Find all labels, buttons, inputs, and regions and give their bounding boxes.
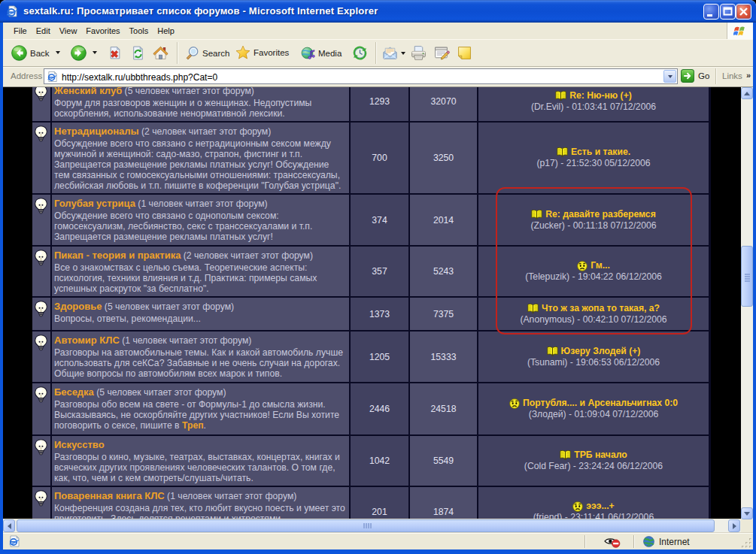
- forum-posts-cell: 32070: [410, 87, 478, 121]
- mail-icon: [381, 46, 399, 60]
- privacy-eye-icon[interactable]: [604, 536, 621, 548]
- forum-link[interactable]: Голубая устрица: [54, 198, 135, 209]
- stop-button[interactable]: [108, 46, 122, 60]
- forum-posts-cell: 1874: [410, 487, 478, 519]
- forum-row: Нетрадиционалы (2 человек читает этот фо…: [32, 123, 711, 195]
- window-title: sextalk.ru: Просматривает список форумов…: [23, 5, 378, 17]
- forum-link[interactable]: Пикап - теория и практика: [54, 250, 181, 261]
- go-icon: [681, 69, 694, 83]
- forum-readers: (5 человек читает этот форум): [122, 87, 254, 96]
- forum-link[interactable]: Женский клуб: [54, 87, 122, 96]
- refresh-icon: [131, 46, 145, 60]
- forum-row: Искусство Разговоры о кино, музыке, теат…: [32, 436, 711, 487]
- menu-view[interactable]: View: [55, 24, 82, 38]
- description-link[interactable]: Треп: [182, 420, 204, 431]
- scroll-left-button[interactable]: [3, 519, 15, 532]
- home-icon: [153, 45, 169, 61]
- lastpost-link[interactable]: эээ...+: [586, 501, 614, 512]
- discuss-button[interactable]: [457, 46, 472, 60]
- topics-count: 1373: [369, 309, 390, 319]
- horizontal-scroll-thumb[interactable]: [17, 519, 715, 532]
- forum-topics-cell: 374: [351, 195, 410, 245]
- lastpost-link[interactable]: Re: Ню-ню (+): [569, 90, 632, 101]
- lastpost-info: (Tsunami) - 19:06:53 06/12/2006: [527, 357, 660, 368]
- forum-posts-cell: 3250: [410, 123, 478, 193]
- scroll-up-button[interactable]: [741, 87, 753, 99]
- lightbulb-icon: [35, 87, 47, 101]
- forum-description: Разговоры обо всем на свете - от Формулы…: [54, 399, 346, 431]
- home-button[interactable]: [153, 45, 169, 61]
- lastpost-link[interactable]: ТРБ начало: [574, 450, 627, 461]
- menu-help[interactable]: Help: [153, 24, 179, 38]
- search-button[interactable]: Search: [185, 46, 229, 60]
- media-button[interactable]: Media: [301, 46, 342, 60]
- menu-file[interactable]: File: [9, 24, 32, 38]
- posts-count: 1874: [433, 507, 454, 517]
- edit-icon: [434, 46, 450, 60]
- forum-description: Конференция создана для тех, кто любит в…: [54, 503, 346, 519]
- resize-grip[interactable]: [742, 538, 752, 549]
- lastpost-link[interactable]: Портубля.... и Арсенальчигнах 0:0: [523, 398, 678, 409]
- forum-status-cell: [32, 87, 52, 121]
- lastpost-link[interactable]: Юзеру Злодей (+): [561, 346, 641, 357]
- forum-posts-cell: 5549: [410, 436, 478, 486]
- links-label[interactable]: Links: [722, 71, 742, 80]
- scroll-right-button[interactable]: [728, 519, 740, 532]
- forum-link[interactable]: Автомир КЛС: [54, 335, 120, 346]
- toolbar: Back Search Favorites Media: [3, 39, 753, 67]
- address-dropdown-button[interactable]: [663, 70, 676, 83]
- forum-row: Поваренная книга КЛС (1 человек читает э…: [32, 487, 711, 519]
- forward-dropdown[interactable]: [93, 51, 97, 54]
- back-icon: [11, 45, 27, 61]
- forum-topics-cell: 1293: [351, 87, 410, 121]
- forum-posts-cell: 2014: [410, 195, 478, 245]
- close-button[interactable]: [736, 4, 751, 20]
- forum-link[interactable]: Искусство: [54, 439, 105, 450]
- print-button[interactable]: [410, 45, 427, 61]
- maximize-button[interactable]: [720, 4, 736, 20]
- forum-name-cell: Пикап - теория и практика (2 человек чит…: [52, 247, 351, 296]
- scroll-down-button[interactable]: [741, 507, 753, 519]
- favorites-button[interactable]: Favorites: [235, 45, 289, 60]
- forum-row: Автомир КЛС (1 человек читает этот форум…: [32, 331, 711, 383]
- forum-readers: (5 человек читает этот форум): [94, 387, 226, 398]
- search-label: Search: [202, 49, 229, 58]
- mail-button[interactable]: [381, 46, 405, 60]
- forum-link[interactable]: Беседка: [54, 386, 94, 398]
- internet-zone-globe-icon: [643, 536, 654, 547]
- menu-edit[interactable]: Edit: [32, 24, 55, 38]
- links-chevron-icon[interactable]: »: [746, 71, 751, 80]
- minimize-button[interactable]: [703, 4, 719, 20]
- vertical-scroll-thumb[interactable]: [741, 246, 753, 307]
- forum-name-cell: Здоровье (5 человек читает этот форум) В…: [52, 298, 351, 330]
- back-dropdown[interactable]: [56, 51, 60, 54]
- forward-button[interactable]: [71, 45, 87, 61]
- lightbulb-icon: [35, 198, 47, 214]
- forum-status-cell: [32, 298, 52, 330]
- media-icon: [301, 46, 315, 60]
- forum-readers: (1 человек читает этот форум): [120, 335, 252, 346]
- vertical-scrollbar[interactable]: [741, 87, 753, 519]
- menu-tools[interactable]: Tools: [125, 24, 153, 38]
- forward-icon: [71, 45, 87, 61]
- status-page-icon: [8, 535, 20, 547]
- back-button[interactable]: Back: [11, 45, 50, 61]
- menu-favorites[interactable]: Favorites: [81, 24, 124, 38]
- forum-name-cell: Голубая устрица (1 человек читает этот ф…: [52, 195, 351, 245]
- horizontal-scrollbar[interactable]: [3, 519, 741, 532]
- refresh-button[interactable]: [131, 46, 145, 60]
- forum-link[interactable]: Нетрадиционалы: [54, 126, 139, 137]
- forum-name-cell: Искусство Разговоры о кино, музыке, теат…: [52, 436, 351, 486]
- history-button[interactable]: [352, 45, 368, 61]
- lastpost-link[interactable]: Есть и такие.: [571, 147, 630, 158]
- address-input[interactable]: http://sextalk.ru/ubbthreads.php?Cat=0: [44, 68, 678, 84]
- forum-topics-cell: 2446: [351, 383, 410, 434]
- windows-brand-logo: [727, 23, 753, 39]
- status-bar: Internet: [3, 532, 753, 549]
- internet-zone-label: Internet: [659, 537, 690, 547]
- edit-button[interactable]: [434, 46, 450, 60]
- forum-link[interactable]: Здоровье: [54, 301, 102, 312]
- forum-status-cell: [32, 123, 52, 193]
- go-button[interactable]: Go: [681, 69, 709, 83]
- forum-link[interactable]: Поваренная книга КЛС: [54, 490, 165, 501]
